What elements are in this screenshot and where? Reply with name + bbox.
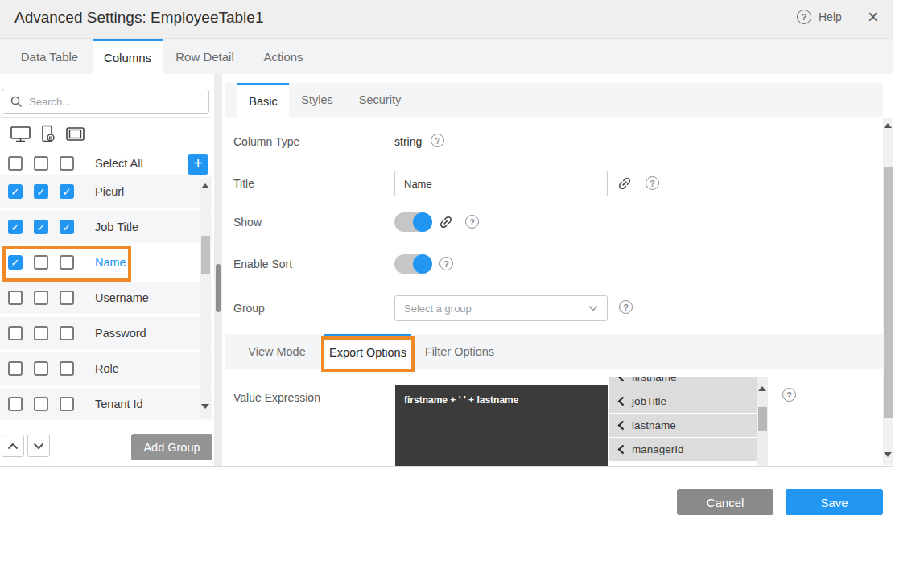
- column-checkbox[interactable]: [34, 361, 48, 376]
- device-filter-row: [0, 117, 212, 150]
- field-item-managerid[interactable]: managerId: [609, 438, 757, 461]
- column-row-name[interactable]: Name: [0, 246, 212, 282]
- column-type-label: Column Type: [233, 135, 299, 148]
- fields-list: firstname jobTitle lastname managerId: [609, 377, 757, 467]
- fields-scrollbar[interactable]: [757, 377, 768, 467]
- column-checkbox[interactable]: [60, 326, 74, 340]
- column-checkbox[interactable]: [8, 291, 23, 305]
- help-button[interactable]: ? Help: [797, 10, 842, 24]
- group-select[interactable]: Select a group: [394, 295, 608, 321]
- desktop-icon[interactable]: [10, 125, 31, 144]
- link-icon[interactable]: [617, 175, 633, 195]
- show-toggle[interactable]: [394, 212, 431, 232]
- tablet-icon[interactable]: [65, 126, 86, 143]
- panel-scroll-thumb[interactable]: [884, 167, 893, 418]
- field-item-label: lastname: [632, 419, 676, 431]
- column-checkbox[interactable]: [60, 184, 74, 199]
- tab-filter-options[interactable]: Filter Options: [421, 334, 498, 369]
- column-checkbox[interactable]: [34, 397, 48, 411]
- column-checkbox[interactable]: [8, 220, 23, 234]
- column-checkbox[interactable]: [8, 361, 23, 376]
- help-icon[interactable]: ?: [619, 300, 633, 314]
- column-checkbox[interactable]: [34, 291, 48, 305]
- column-row-tenant-id[interactable]: Tenant Id: [0, 388, 212, 423]
- scroll-down-icon[interactable]: [201, 404, 209, 409]
- column-checkbox[interactable]: [60, 255, 74, 270]
- close-icon[interactable]: ×: [868, 6, 878, 27]
- link-icon[interactable]: [438, 214, 454, 233]
- column-row-picurl[interactable]: Picurl: [0, 175, 212, 211]
- scroll-down-icon[interactable]: [884, 452, 892, 457]
- column-label: Picurl: [95, 185, 124, 198]
- chevron-left-icon: [617, 396, 625, 406]
- help-icon[interactable]: ?: [646, 176, 659, 190]
- add-group-button[interactable]: Add Group: [131, 434, 212, 460]
- help-icon: ?: [797, 10, 811, 24]
- title-input[interactable]: [394, 171, 608, 196]
- select-all-checkbox-mobile[interactable]: [34, 156, 48, 171]
- help-icon[interactable]: ?: [431, 134, 444, 147]
- scroll-up-icon[interactable]: [758, 386, 766, 391]
- settings-tabs: Basic Styles Security: [225, 83, 883, 117]
- scroll-up-icon[interactable]: [201, 183, 209, 188]
- fields-scroll-thumb[interactable]: [758, 407, 767, 431]
- save-button[interactable]: Save: [786, 489, 883, 515]
- enable-sort-toggle[interactable]: [394, 254, 431, 274]
- select-all-checkbox-desktop[interactable]: [8, 156, 23, 171]
- tab-data-table[interactable]: Data Table: [6, 39, 93, 74]
- column-label: Password: [95, 327, 146, 340]
- field-item-jobtitle[interactable]: jobTitle: [609, 389, 757, 413]
- tab-row-detail[interactable]: Row Detail: [163, 39, 247, 74]
- scroll-up-icon[interactable]: [884, 123, 892, 128]
- chevron-left-icon: [617, 377, 625, 382]
- move-down-button[interactable]: [27, 435, 50, 457]
- sidebar-scrollbar[interactable]: [200, 179, 211, 418]
- chevron-up-icon: [7, 443, 19, 450]
- help-icon[interactable]: ?: [439, 257, 453, 270]
- column-checkbox[interactable]: [8, 397, 23, 411]
- tab-view-mode[interactable]: View Mode: [232, 334, 322, 369]
- splitter-handle[interactable]: [216, 264, 221, 312]
- help-label: Help: [819, 10, 842, 23]
- field-item-lastname[interactable]: lastname: [609, 414, 757, 437]
- select-all-checkbox-tablet[interactable]: [60, 156, 74, 171]
- column-row-role[interactable]: Role: [0, 352, 212, 388]
- toggle-knob: [413, 254, 432, 274]
- move-up-button[interactable]: [2, 435, 24, 457]
- enable-sort-label: Enable Sort: [233, 258, 292, 270]
- sidebar-scroll-thumb[interactable]: [201, 236, 210, 274]
- column-checkbox[interactable]: [8, 184, 23, 199]
- tab-styles[interactable]: Styles: [289, 83, 345, 117]
- column-checkbox[interactable]: [34, 220, 48, 234]
- column-checkbox[interactable]: [60, 291, 74, 305]
- column-checkbox[interactable]: [60, 397, 74, 411]
- column-label: Tenant Id: [95, 398, 143, 410]
- help-icon[interactable]: ?: [782, 388, 796, 402]
- search-input[interactable]: [29, 96, 208, 108]
- cancel-button[interactable]: Cancel: [677, 489, 773, 515]
- column-checkbox[interactable]: [60, 220, 74, 234]
- column-checkbox[interactable]: [34, 184, 48, 199]
- tab-security[interactable]: Security: [345, 83, 415, 117]
- panel-scrollbar[interactable]: [883, 118, 893, 465]
- mobile-icon[interactable]: [40, 125, 56, 144]
- column-checkbox[interactable]: [60, 361, 74, 376]
- title-label: Title: [233, 177, 254, 190]
- column-row-password[interactable]: Password: [0, 317, 212, 352]
- tab-basic[interactable]: Basic: [237, 83, 289, 117]
- panel-splitter: [214, 74, 222, 467]
- select-all-row: Select All: [0, 151, 212, 175]
- column-checkbox[interactable]: [8, 255, 23, 270]
- tab-export-options[interactable]: Export Options: [324, 334, 411, 369]
- column-checkbox[interactable]: [8, 326, 23, 340]
- column-checkbox[interactable]: [34, 255, 48, 270]
- column-row-job-title[interactable]: Job Title: [0, 211, 212, 246]
- tab-columns[interactable]: Columns: [93, 39, 163, 74]
- column-checkbox[interactable]: [34, 326, 48, 340]
- help-icon[interactable]: ?: [465, 215, 479, 229]
- field-item-firstname[interactable]: firstname: [609, 377, 757, 389]
- tab-actions[interactable]: Actions: [247, 39, 320, 74]
- value-expression-editor[interactable]: firstname + ' ' + lastname: [395, 385, 608, 467]
- add-column-button[interactable]: +: [188, 154, 208, 175]
- column-row-username[interactable]: Username: [0, 282, 212, 317]
